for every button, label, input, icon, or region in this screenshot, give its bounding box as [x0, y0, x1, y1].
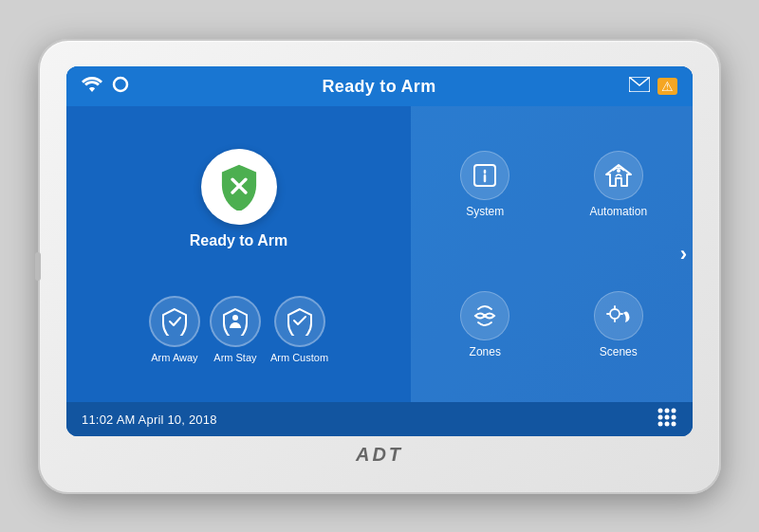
- arm-stay-icon-circle: [210, 296, 261, 347]
- shield-status: Ready to Arm: [190, 149, 287, 249]
- main-content: Ready to Arm Arm Away: [66, 106, 693, 402]
- svg-point-15: [658, 408, 663, 413]
- alert-icon[interactable]: ⚠: [657, 78, 677, 95]
- status-icons: [82, 76, 129, 98]
- mail-icon[interactable]: [629, 77, 650, 96]
- automation-label: Automation: [589, 205, 647, 218]
- side-button[interactable]: [35, 252, 41, 281]
- arm-away-icon-circle: [149, 296, 200, 347]
- arm-away-label: Arm Away: [151, 352, 197, 363]
- arm-custom-label: Arm Custom: [270, 352, 328, 363]
- scenes-button[interactable]: Scenes: [554, 256, 684, 393]
- svg-point-18: [658, 414, 663, 419]
- system-label: System: [466, 205, 504, 218]
- svg-point-21: [658, 421, 663, 426]
- arm-away-button[interactable]: Arm Away: [149, 296, 200, 363]
- svg-point-4: [232, 315, 238, 321]
- scenes-label: Scenes: [600, 345, 638, 358]
- system-icon-circle: [460, 151, 509, 200]
- right-panel: System: [411, 106, 693, 402]
- zones-icon-circle: [460, 291, 509, 340]
- screen-bezel: Ready to Arm ⚠: [66, 66, 693, 436]
- wifi-icon: [82, 77, 102, 97]
- feature-grid: System: [411, 106, 693, 402]
- svg-point-23: [672, 421, 676, 426]
- arm-custom-button[interactable]: Arm Custom: [270, 296, 328, 363]
- left-panel: Ready to Arm Arm Away: [66, 106, 411, 402]
- screen: Ready to Arm ⚠: [66, 66, 693, 436]
- action-icons: ⚠: [629, 77, 677, 96]
- svg-point-9: [483, 314, 487, 318]
- shield-circle[interactable]: [201, 149, 277, 225]
- ready-status-text: Ready to Arm: [190, 232, 287, 249]
- svg-point-0: [114, 78, 127, 91]
- arm-custom-icon-circle: [274, 296, 325, 347]
- bottom-bar: 11:02 AM April 10, 2018: [66, 402, 693, 436]
- arm-stay-label: Arm Stay: [213, 352, 256, 363]
- top-bar: Ready to Arm ⚠: [66, 66, 693, 106]
- status-circle-icon: [112, 76, 129, 98]
- svg-point-10: [610, 309, 620, 319]
- next-page-chevron[interactable]: ›: [680, 242, 687, 266]
- zones-label: Zones: [470, 345, 501, 358]
- svg-point-20: [672, 414, 676, 419]
- scenes-icon-circle: [594, 291, 643, 340]
- svg-point-22: [665, 421, 670, 426]
- svg-point-19: [665, 414, 670, 419]
- system-button[interactable]: System: [420, 116, 550, 252]
- screen-title: Ready to Arm: [323, 77, 436, 97]
- adt-brand-logo: ADT: [356, 444, 403, 466]
- datetime-display: 11:02 AM April 10, 2018: [82, 413, 217, 427]
- arm-stay-button[interactable]: Arm Stay: [210, 296, 261, 363]
- apps-grid-icon[interactable]: [657, 407, 677, 432]
- svg-point-16: [665, 408, 670, 413]
- automation-button[interactable]: Automation: [554, 116, 684, 252]
- zones-button[interactable]: Zones: [420, 256, 550, 393]
- svg-point-8: [617, 169, 620, 173]
- svg-point-17: [672, 408, 676, 413]
- arm-buttons-row: Arm Away Arm Stay: [149, 296, 328, 363]
- device-frame: Ready to Arm ⚠: [38, 39, 721, 494]
- automation-icon-circle: [594, 151, 643, 200]
